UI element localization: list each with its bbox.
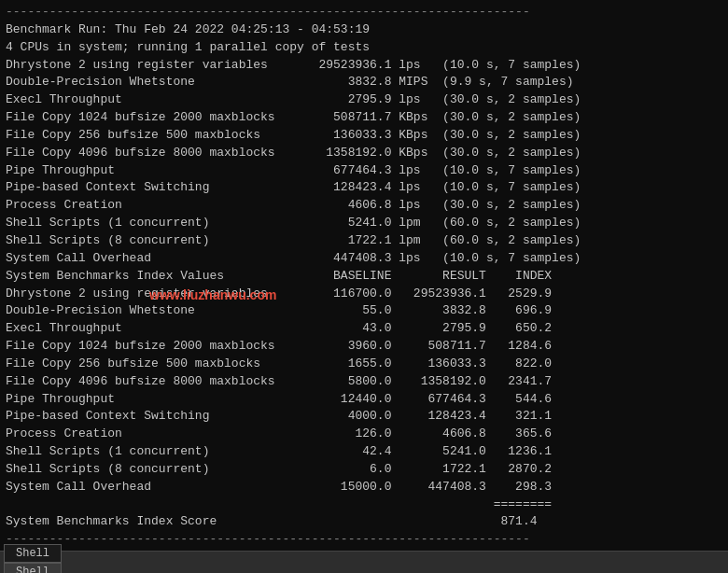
terminal-line-r9: Process Creation 4606.8 lps (30.0 s, 2 s… [6, 197, 722, 215]
terminal-line-col-h: System Benchmarks Index Values BASELINE … [6, 268, 722, 286]
terminal-line-i2: Double-Precision Whetstone 55.0 3832.8 6… [6, 302, 722, 320]
terminal-line-r2: Double-Precision Whetstone 3832.8 MIPS (… [6, 74, 722, 91]
terminal-line-r5: File Copy 256 bufsize 500 maxblocks 1360… [6, 127, 722, 145]
tab-tab2[interactable]: Shell [4, 563, 62, 574]
tab-tab1[interactable]: Shell [4, 544, 62, 563]
terminal-line-eq: ======== [6, 496, 722, 514]
terminal-line-i9: Process Creation 126.0 4606.8 365.6 [6, 426, 722, 443]
terminal: ----------------------------------------… [0, 0, 728, 573]
terminal-line-r1: Dhrystone 2 using register variables 295… [6, 57, 722, 75]
terminal-line-i11: Shell Scripts (8 concurrent) 6.0 1722.1 … [6, 461, 722, 479]
terminal-line-i6: File Copy 4096 bufsize 8000 maxblocks 58… [6, 373, 722, 391]
terminal-line-r4: File Copy 1024 bufsize 2000 maxblocks 50… [6, 109, 722, 127]
terminal-line-i1: Dhrystone 2 using register variables 116… [6, 286, 722, 303]
watermark: www.liuzhanwu.com [149, 287, 276, 302]
terminal-line-i8: Pipe-based Context Switching 4000.0 1284… [6, 408, 722, 426]
terminal-line-r3: Execl Throughput 2795.9 lps (30.0 s, 2 s… [6, 91, 722, 109]
terminal-line-r7: Pipe Throughput 677464.3 lps (10.0 s, 7 … [6, 162, 722, 180]
terminal-line-i12: System Call Overhead 15000.0 447408.3 29… [6, 479, 722, 496]
terminal-line-run-header2: 4 CPUs in system; running 1 parallel cop… [6, 39, 722, 57]
terminal-line-r10: Shell Scripts (1 concurrent) 5241.0 lpm … [6, 215, 722, 232]
tab-bar: ShellShell [0, 551, 728, 573]
terminal-line-r11: Shell Scripts (8 concurrent) 1722.1 lpm … [6, 232, 722, 250]
terminal-line-run-header1: Benchmark Run: Thu Feb 24 2022 04:25:13 … [6, 21, 722, 39]
terminal-line-i5: File Copy 256 bufsize 500 maxblocks 1655… [6, 356, 722, 373]
terminal-line-sep1: ----------------------------------------… [6, 4, 722, 21]
terminal-line-r6: File Copy 4096 bufsize 8000 maxblocks 13… [6, 145, 722, 162]
terminal-line-score: System Benchmarks Index Score 871.4 [6, 513, 722, 531]
terminal-output: ----------------------------------------… [6, 4, 722, 549]
terminal-line-r8: Pipe-based Context Switching 128423.4 lp… [6, 179, 722, 197]
terminal-line-sep2: ----------------------------------------… [6, 531, 722, 549]
terminal-line-r12: System Call Overhead 447408.3 lps (10.0 … [6, 250, 722, 268]
terminal-line-i7: Pipe Throughput 12440.0 677464.3 544.6 [6, 391, 722, 409]
terminal-line-i4: File Copy 1024 bufsize 2000 maxblocks 39… [6, 338, 722, 356]
tabs-container: ShellShell [4, 544, 63, 574]
terminal-line-i10: Shell Scripts (1 concurrent) 42.4 5241.0… [6, 443, 722, 461]
terminal-line-i3: Execl Throughput 43.0 2795.9 650.2 [6, 320, 722, 338]
